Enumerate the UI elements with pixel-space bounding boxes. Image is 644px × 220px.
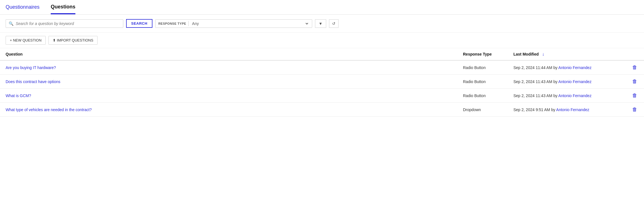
search-input[interactable]	[16, 21, 120, 26]
refresh-button[interactable]: ↺	[329, 19, 339, 28]
table-row: Are you buying IT hardware? Radio Button…	[0, 60, 644, 75]
actions-bar: + NEW QUESTION ⬆ IMPORT QUESTIONS	[0, 33, 644, 48]
cell-question-3: What type of vehicles are needed in the …	[0, 103, 457, 117]
cell-last-modified-0: Sep 2, 2024 11:44 AM by Antonio Fernande…	[508, 60, 626, 75]
col-question: Question	[0, 48, 457, 60]
response-type-select[interactable]: Any	[191, 21, 309, 26]
question-link-3[interactable]: What type of vehicles are needed in the …	[6, 107, 92, 112]
cell-last-modified-2: Sep 2, 2024 11:43 AM by Antonio Fernande…	[508, 89, 626, 103]
delete-button-3[interactable]: 🗑	[631, 107, 638, 113]
filter-icon: ▼	[319, 21, 323, 26]
cell-actions-1: 🗑	[626, 75, 644, 89]
toolbar: 🔍 SEARCH RESPONSE TYPE Any ▼ ↺	[0, 15, 644, 33]
modified-by-2[interactable]: Antonio Fernandez	[558, 93, 591, 98]
tab-questionnaires[interactable]: Questionnaires	[6, 0, 40, 14]
filter-button[interactable]: ▼	[315, 19, 326, 28]
questions-table: Question Response Type Last Modified ↓ A…	[0, 48, 644, 117]
response-type-label: RESPONSE TYPE	[158, 22, 186, 25]
modified-by-1[interactable]: Antonio Fernandez	[558, 79, 591, 84]
cell-actions-0: 🗑	[626, 60, 644, 75]
col-actions	[626, 48, 644, 60]
cell-response-type-3: Dropdown	[457, 103, 508, 117]
table-header-row: Question Response Type Last Modified ↓	[0, 48, 644, 60]
filter-divider	[188, 21, 189, 26]
col-last-modified-label: Last Modified	[513, 52, 539, 56]
cell-actions-3: 🗑	[626, 103, 644, 117]
search-button[interactable]: SEARCH	[126, 19, 152, 28]
table-row: Does this contract have options Radio Bu…	[0, 75, 644, 89]
question-link-2[interactable]: What is GCM?	[6, 93, 31, 98]
table-row: What type of vehicles are needed in the …	[0, 103, 644, 117]
modified-date-1: Sep 2, 2024 11:43 AM by	[513, 79, 558, 84]
new-question-button[interactable]: + NEW QUESTION	[6, 36, 46, 45]
cell-actions-2: 🗑	[626, 89, 644, 103]
modified-date-3: Sep 2, 2024 9:51 AM by	[513, 107, 556, 112]
cell-last-modified-3: Sep 2, 2024 9:51 AM by Antonio Fernandez	[508, 103, 626, 117]
question-link-0[interactable]: Are you buying IT hardware?	[6, 65, 56, 70]
cell-question-0: Are you buying IT hardware?	[0, 60, 457, 75]
import-questions-button[interactable]: ⬆ IMPORT QUESTIONS	[48, 36, 98, 45]
cell-response-type-0: Radio Button	[457, 60, 508, 75]
delete-button-2[interactable]: 🗑	[631, 93, 638, 98]
search-icon: 🔍	[9, 21, 13, 26]
refresh-icon: ↺	[332, 21, 335, 26]
modified-date-0: Sep 2, 2024 11:44 AM by	[513, 65, 558, 70]
modified-by-3[interactable]: Antonio Fernandez	[556, 107, 589, 112]
question-link-1[interactable]: Does this contract have options	[6, 79, 60, 84]
delete-button-1[interactable]: 🗑	[631, 79, 638, 84]
cell-question-1: Does this contract have options	[0, 75, 457, 89]
col-response-type: Response Type	[457, 48, 508, 60]
cell-last-modified-1: Sep 2, 2024 11:43 AM by Antonio Fernande…	[508, 75, 626, 89]
response-type-filter: RESPONSE TYPE Any	[155, 19, 312, 28]
tabs-bar: Questionnaires Questions	[0, 0, 644, 15]
search-box: 🔍	[6, 19, 123, 28]
cell-response-type-1: Radio Button	[457, 75, 508, 89]
tab-questions[interactable]: Questions	[51, 0, 75, 14]
delete-button-0[interactable]: 🗑	[631, 65, 638, 70]
col-last-modified[interactable]: Last Modified ↓	[508, 48, 626, 60]
cell-question-2: What is GCM?	[0, 89, 457, 103]
modified-date-2: Sep 2, 2024 11:43 AM by	[513, 93, 558, 98]
modified-by-0[interactable]: Antonio Fernandez	[558, 65, 591, 70]
cell-response-type-2: Radio Button	[457, 89, 508, 103]
table-row: What is GCM? Radio Button Sep 2, 2024 11…	[0, 89, 644, 103]
sort-arrow-icon: ↓	[542, 52, 544, 56]
